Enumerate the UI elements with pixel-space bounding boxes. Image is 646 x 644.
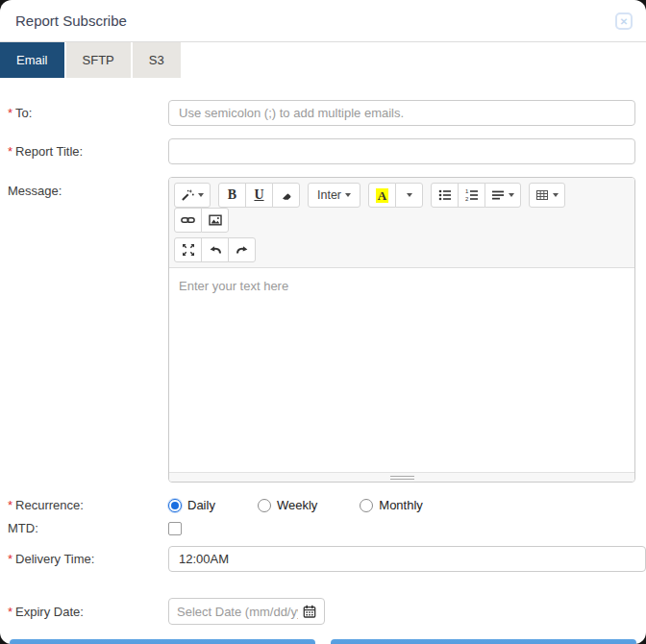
delivery-time-row: *Delivery Time:: [0, 546, 646, 572]
submit-button[interactable]: Submit: [10, 639, 315, 644]
redo-button[interactable]: [228, 237, 256, 262]
radio-button-icon[interactable]: [168, 499, 182, 512]
chevron-down-icon: [407, 193, 412, 197]
underline-button[interactable]: U: [245, 183, 273, 208]
style-magic-button[interactable]: [174, 183, 211, 208]
radio-daily[interactable]: Daily: [168, 498, 215, 512]
tab-bar: Email SFTP S3: [0, 42, 646, 78]
required-asterisk: *: [8, 498, 12, 512]
expiry-date-row: *Expiry Date:: [0, 598, 646, 625]
dialog-header: Report Subscribe ✕: [0, 0, 646, 42]
required-asterisk: *: [8, 552, 12, 566]
redo-icon: [236, 243, 249, 257]
font-color-button[interactable]: A: [368, 183, 396, 208]
chevron-down-icon: [198, 193, 204, 197]
recurrence-row: *Recurrence: Daily Weekly Monthly: [0, 498, 646, 512]
expiry-date-input[interactable]: [177, 605, 298, 619]
chevron-down-icon: [345, 193, 351, 197]
ordered-list-icon: 12: [465, 188, 479, 202]
link-icon: [181, 213, 195, 227]
radio-monthly[interactable]: Monthly: [360, 498, 423, 512]
table-dropdown[interactable]: [529, 183, 565, 208]
radio-weekly[interactable]: Weekly: [258, 498, 317, 512]
recurrence-label: *Recurrence:: [8, 498, 168, 512]
insert-picture-button[interactable]: [201, 208, 229, 233]
eraser-icon: [280, 188, 293, 202]
table-icon: [535, 188, 549, 202]
chevron-down-icon: [509, 193, 514, 197]
mtd-label: MTD:: [8, 521, 168, 535]
rich-text-editor: B U Inter: [168, 177, 635, 483]
mtd-checkbox[interactable]: [168, 522, 182, 535]
fullscreen-button[interactable]: [174, 237, 202, 262]
to-row: *To:: [0, 100, 646, 126]
dialog-title: Report Subscribe: [15, 12, 127, 29]
chevron-down-icon: [553, 193, 559, 197]
delivery-time-label: *Delivery Time:: [8, 552, 168, 566]
expiry-date-field[interactable]: [168, 598, 325, 625]
to-input[interactable]: [168, 100, 635, 126]
bold-button[interactable]: B: [218, 183, 246, 208]
mtd-row: MTD:: [0, 521, 646, 535]
report-subscribe-dialog: Report Subscribe ✕ Email SFTP S3 *To: *R…: [0, 0, 646, 644]
editor-toolbar: B U Inter: [169, 178, 634, 268]
ordered-list-button[interactable]: 12: [458, 183, 485, 208]
paragraph-align-icon: [491, 188, 505, 202]
message-label: Message:: [8, 177, 168, 198]
message-placeholder: Enter your text here: [179, 279, 288, 293]
close-icon[interactable]: ✕: [615, 12, 633, 30]
clear-format-button[interactable]: [272, 183, 300, 208]
required-asterisk: *: [8, 144, 12, 159]
unordered-list-icon: [438, 188, 452, 202]
expiry-date-label: *Expiry Date:: [8, 605, 168, 619]
undo-icon: [209, 243, 222, 257]
footer-buttons: Submit Cancel: [0, 639, 646, 644]
unordered-list-button[interactable]: [431, 183, 459, 208]
fullscreen-icon: [182, 243, 195, 257]
picture-icon: [209, 213, 222, 227]
resize-grip-icon: [390, 476, 414, 480]
report-title-label: *Report Title:: [8, 144, 168, 159]
font-color-icon: A: [376, 188, 388, 203]
delivery-time-input[interactable]: [168, 546, 646, 572]
undo-button[interactable]: [201, 237, 229, 262]
to-label: *To:: [8, 106, 168, 120]
message-editable-area[interactable]: Enter your text here: [169, 268, 634, 472]
radio-button-icon[interactable]: [360, 499, 373, 512]
subscribe-form: *To: *Report Title: Message:: [0, 78, 646, 644]
recurrence-options: Daily Weekly Monthly: [168, 498, 465, 512]
font-family-dropdown[interactable]: Inter: [308, 183, 360, 208]
cancel-button[interactable]: Cancel: [331, 639, 636, 644]
report-title-input[interactable]: [168, 138, 635, 164]
editor-resize-handle[interactable]: [169, 472, 634, 482]
radio-button-icon[interactable]: [258, 499, 271, 512]
svg-text:1: 1: [465, 188, 469, 194]
tab-sftp[interactable]: SFTP: [66, 42, 131, 78]
svg-text:2: 2: [465, 196, 469, 202]
calendar-icon[interactable]: [303, 605, 316, 618]
magic-icon: [181, 188, 194, 202]
required-asterisk: *: [8, 605, 12, 619]
tab-s3[interactable]: S3: [133, 42, 181, 78]
insert-link-button[interactable]: [174, 208, 202, 233]
required-asterisk: *: [8, 106, 12, 120]
font-color-dropdown[interactable]: [395, 183, 423, 208]
tab-email[interactable]: Email: [0, 42, 64, 78]
message-row: Message: B: [0, 177, 646, 483]
report-title-row: *Report Title:: [0, 138, 646, 164]
paragraph-align-dropdown[interactable]: [484, 183, 521, 208]
